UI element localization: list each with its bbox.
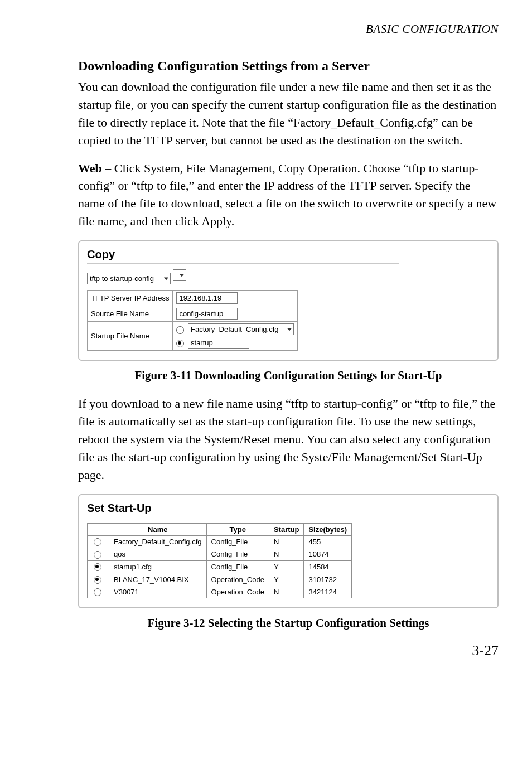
figure-3-12-caption: Figure 3-12 Selecting the Startup Config… <box>78 616 499 630</box>
input-tftp-ip[interactable] <box>176 292 238 304</box>
cell-startup: Y <box>269 573 304 586</box>
copy-mode-dropdown-secondary[interactable] <box>173 269 186 281</box>
table-row: Factory_Default_Config.cfg Config_File N… <box>88 535 352 548</box>
figure-copy-panel: Copy tftp to startup-config TFTP Server … <box>78 240 499 361</box>
cell-type: Operation_Code <box>206 573 269 586</box>
set-startup-table: Name Type Startup Size(bytes) Factory_De… <box>87 523 352 599</box>
cell-startup: Y <box>269 560 304 573</box>
row-radio[interactable] <box>94 588 101 596</box>
dropdown-factory-default[interactable]: Factory_Default_Config.cfg <box>188 323 294 335</box>
divider <box>87 517 399 517</box>
web-text: – Click System, File Management, Copy Op… <box>78 161 496 229</box>
figure-3-11-caption: Figure 3-11 Downloading Configuration Se… <box>78 369 499 383</box>
cell-size: 3421124 <box>304 586 352 598</box>
table-row: qos Config_File N 10874 <box>88 548 352 561</box>
row-radio[interactable] <box>94 551 101 559</box>
row-radio[interactable] <box>94 563 101 571</box>
col-radio <box>88 523 109 535</box>
figure-set-startup-panel: Set Start-Up Name Type Startup Size(byte… <box>78 494 499 609</box>
col-size: Size(bytes) <box>304 523 352 535</box>
table-header-row: Name Type Startup Size(bytes) <box>88 523 352 535</box>
copy-heading: Copy <box>87 248 490 261</box>
divider <box>87 263 399 264</box>
copy-mode-dropdown[interactable]: tftp to startup-config <box>87 273 171 284</box>
set-startup-heading: Set Start-Up <box>87 502 490 515</box>
row-source-file: Source File Name <box>88 306 298 322</box>
cell-size: 455 <box>304 535 352 548</box>
label-startup-file: Startup File Name <box>88 322 173 351</box>
page-number: 3-27 <box>78 642 499 659</box>
input-startup-name[interactable] <box>188 337 249 349</box>
cell-type: Operation_Code <box>206 586 269 598</box>
label-source-file: Source File Name <box>88 306 173 322</box>
table-row: BLANC_17_V1004.BIX Operation_Code Y 3101… <box>88 573 352 586</box>
col-name: Name <box>109 523 207 535</box>
cell-size: 14584 <box>304 560 352 573</box>
paragraph-intro: You can download the configuration file … <box>78 78 499 149</box>
cell-size: 3101732 <box>304 573 352 586</box>
radio-custom-name[interactable] <box>176 340 184 347</box>
cell-name: V30071 <box>109 586 207 598</box>
paragraph-after-fig1: If you download to a new file name using… <box>78 395 499 483</box>
section-title: Downloading Configuration Settings from … <box>78 59 499 74</box>
radio-factory-default[interactable] <box>176 326 184 334</box>
running-head: BASIC CONFIGURATION <box>78 22 499 36</box>
cell-startup: N <box>269 586 304 598</box>
cell-size: 10874 <box>304 548 352 561</box>
row-radio[interactable] <box>94 576 101 584</box>
cell-startup: N <box>269 548 304 561</box>
row-startup-file: Startup File Name Factory_Default_Config… <box>88 322 298 351</box>
cell-name: qos <box>109 548 207 561</box>
col-startup: Startup <box>269 523 304 535</box>
table-row: startup1.cfg Config_File Y 14584 <box>88 560 352 573</box>
cell-type: Config_File <box>206 548 269 561</box>
copy-fields-table: TFTP Server IP Address Source File Name … <box>87 290 298 351</box>
cell-name: startup1.cfg <box>109 560 207 573</box>
row-tftp-ip: TFTP Server IP Address <box>88 291 298 306</box>
cell-startup: N <box>269 535 304 548</box>
cell-name: BLANC_17_V1004.BIX <box>109 573 207 586</box>
web-label: Web <box>78 161 102 175</box>
cell-type: Config_File <box>206 535 269 548</box>
input-source-file[interactable] <box>176 308 238 320</box>
row-radio[interactable] <box>94 538 101 546</box>
table-row: V30071 Operation_Code N 3421124 <box>88 586 352 598</box>
cell-name: Factory_Default_Config.cfg <box>109 535 207 548</box>
cell-type: Config_File <box>206 560 269 573</box>
col-type: Type <box>206 523 269 535</box>
paragraph-web: Web – Click System, File Management, Cop… <box>78 159 499 231</box>
label-tftp-ip: TFTP Server IP Address <box>88 291 173 306</box>
